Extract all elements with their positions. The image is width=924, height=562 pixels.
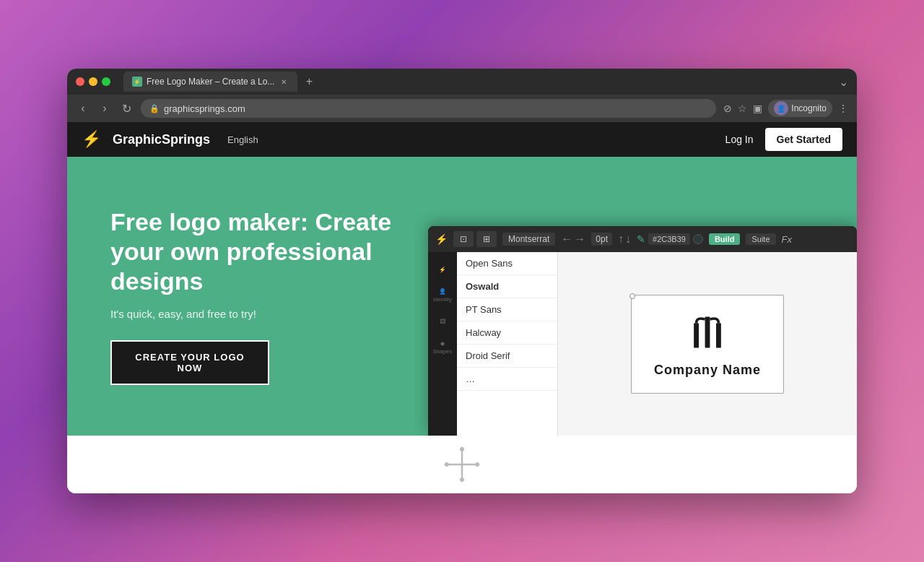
sidebar-item-shapes[interactable]: ◆ Shapes (432, 336, 453, 358)
font-panel: Open Sans Oswald PT Sans Halcway Droid S… (457, 252, 558, 436)
site-brand: GraphicSprings (113, 132, 210, 147)
arrow-down-icon[interactable]: ↓ (625, 233, 631, 246)
tab-close-button[interactable]: ✕ (279, 77, 289, 87)
svg-point-7 (475, 462, 479, 467)
site-nav: ⚡ GraphicSprings English Log In Get Star… (67, 122, 857, 157)
url-text: graphicsprings.com (164, 103, 245, 114)
active-tab[interactable]: ⚡ Free Logo Maker – Create a Lo... ✕ (123, 72, 297, 92)
selection-handle (629, 293, 635, 299)
back-button[interactable]: ‹ (76, 102, 90, 115)
browser-window: ⚡ Free Logo Maker – Create a Lo... ✕ + ⌄… (67, 69, 857, 493)
profile-button[interactable]: 👤 Incognito (768, 100, 832, 117)
forward-button[interactable]: › (97, 102, 112, 115)
url-bar[interactable]: 🔒 graphicsprings.com (141, 99, 716, 118)
toolbar-nav-arrows: ← → (561, 233, 585, 246)
login-button[interactable]: Log In (725, 134, 754, 145)
svg-rect-2 (716, 323, 721, 347)
font-item-oswald[interactable]: Oswald (457, 275, 557, 298)
app-sidebar: ⚡ 👤 Identity 🖼 ◆ Shapes (428, 252, 457, 436)
toolbar-btn-1[interactable]: ⊡ (453, 231, 474, 247)
color-selector[interactable]: ✎ #2C3B39 (637, 233, 703, 245)
toolbar-nav-buttons: ⊡ ⊞ (453, 231, 497, 247)
font-item-ptsans[interactable]: PT Sans (457, 298, 557, 321)
get-started-button[interactable]: Get Started (765, 128, 842, 151)
tab-favicon: ⚡ (132, 77, 142, 87)
hero-title: Free logo maker: Create your own profess… (110, 207, 414, 295)
fx-button[interactable]: Fx (782, 234, 792, 245)
font-item-more[interactable]: … (457, 368, 557, 391)
color-swatch[interactable] (693, 234, 703, 244)
bottom-section (67, 436, 857, 493)
company-name-text: Company Name (654, 363, 761, 378)
tab-switcher-icon[interactable]: ▣ (753, 103, 762, 114)
logo-preview: Company Name (632, 296, 783, 392)
svg-rect-1 (705, 316, 710, 347)
build-button[interactable]: Build (709, 233, 741, 245)
canvas-area[interactable]: Company Name (558, 252, 857, 436)
arrow-up-icon[interactable]: ↑ (618, 233, 624, 246)
font-item-halcway[interactable]: Halcway (457, 321, 557, 345)
cast-icon: ⊘ (723, 103, 732, 114)
menu-icon[interactable]: ⋮ (838, 103, 848, 114)
minimize-button[interactable] (89, 77, 97, 86)
hero-content: Free logo maker: Create your own profess… (110, 157, 414, 436)
font-item-droidserif[interactable]: Droid Serif (457, 345, 557, 368)
arrow-left-icon[interactable]: ← (561, 233, 572, 246)
bookmark-icon[interactable]: ☆ (738, 103, 747, 114)
window-controls: ⌄ (839, 75, 848, 89)
sidebar-item-image[interactable]: 🖼 (432, 310, 453, 332)
logo-icon: ⚡ (82, 131, 101, 147)
lock-icon: 🔒 (149, 104, 160, 113)
app-window: ⚡ ⊡ ⊞ Montserrat ← → 0pt ↑ (428, 226, 857, 436)
sidebar-item-logo[interactable]: ⚡ (432, 258, 453, 280)
color-picker-icon: ✎ (637, 233, 645, 245)
app-screenshot: ⚡ ⊡ ⊞ Montserrat ← → 0pt ↑ (414, 157, 857, 436)
cta-button[interactable]: CREATE YOUR LOGO NOW (110, 340, 269, 385)
toolbar-btn-2[interactable]: ⊞ (476, 231, 497, 247)
address-bar: ‹ › ↻ 🔒 graphicsprings.com ⊘ ☆ ▣ 👤 Incog… (67, 95, 857, 122)
hero-section: Free logo maker: Create your own profess… (67, 157, 857, 436)
app-logo-icon: ⚡ (435, 233, 448, 245)
svg-rect-0 (694, 323, 699, 347)
arrow-right-icon[interactable]: → (574, 233, 585, 246)
avatar: 👤 (774, 101, 788, 116)
tab-bar: ⚡ Free Logo Maker – Create a Lo... ✕ + (123, 72, 833, 92)
maximize-button[interactable] (102, 77, 110, 86)
svg-point-6 (460, 477, 464, 482)
svg-point-8 (445, 462, 449, 467)
traffic-lights (76, 77, 110, 86)
profile-label: Incognito (791, 103, 827, 113)
hero-subtitle: It's quick, easy, and free to try! (110, 308, 414, 320)
close-button[interactable] (76, 77, 84, 86)
app-body: ⚡ 👤 Identity 🖼 ◆ Shapes (428, 252, 857, 436)
new-tab-button[interactable]: + (300, 73, 318, 90)
spacing-value[interactable]: 0pt (591, 233, 612, 246)
title-bar: ⚡ Free Logo Maker – Create a Lo... ✕ + ⌄ (67, 69, 857, 95)
svg-point-5 (460, 447, 464, 451)
sidebar-item-identity[interactable]: 👤 Identity (432, 284, 453, 306)
tab-title: Free Logo Maker – Create a Lo... (147, 77, 274, 87)
toolbar-up-down-arrows: ↑ ↓ (618, 233, 631, 246)
font-item-opensans[interactable]: Open Sans (457, 252, 557, 275)
font-selector[interactable]: Montserrat (502, 233, 555, 246)
suite-button[interactable]: Suite (746, 233, 775, 245)
language-selector[interactable]: English (227, 134, 258, 145)
browser-actions: ⊘ ☆ ▣ 👤 Incognito ⋮ (723, 100, 848, 117)
logo-graphic (686, 311, 729, 357)
reload-button[interactable]: ↻ (119, 102, 134, 116)
color-hex-value[interactable]: #2C3B39 (648, 233, 690, 245)
app-toolbar: ⚡ ⊡ ⊞ Montserrat ← → 0pt ↑ (428, 226, 857, 252)
cross-icon (442, 444, 483, 485)
website-content: ⚡ GraphicSprings English Log In Get Star… (67, 122, 857, 436)
